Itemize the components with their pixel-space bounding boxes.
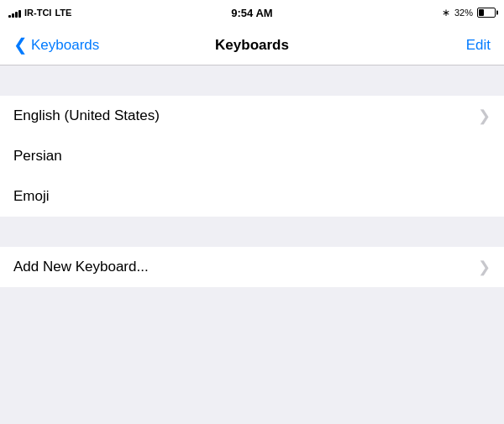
keyboard-label-english: English (United States): [13, 107, 160, 124]
status-bar: IR-TCI LTE 9:54 AM ∗ 32%: [0, 0, 504, 25]
add-keyboard-button[interactable]: Add New Keyboard... ❯: [0, 247, 504, 287]
add-keyboard-label: Add New Keyboard...: [13, 259, 149, 275]
keyboard-label-emoji: Emoji: [13, 188, 50, 205]
nav-bar: ❮ Keyboards Keyboards Edit: [0, 25, 504, 65]
battery-icon: [477, 8, 496, 18]
chevron-left-icon: ❮: [13, 36, 28, 53]
section-gap-bottom: [0, 217, 504, 247]
add-keyboard-section: Add New Keyboard... ❯: [0, 247, 504, 287]
keyboard-item-emoji[interactable]: Emoji: [0, 176, 504, 217]
bluetooth-icon: ∗: [442, 7, 450, 18]
back-button[interactable]: ❮ Keyboards: [13, 37, 99, 54]
carrier-text: IR-TCI: [24, 8, 51, 18]
back-label: Keyboards: [31, 37, 99, 54]
keyboard-list: English (United States) ❯ Persian Emoji: [0, 96, 504, 217]
keyboard-label-persian: Persian: [13, 148, 62, 165]
status-bar-right: ∗ 32%: [442, 7, 496, 18]
keyboard-item-persian[interactable]: Persian: [0, 136, 504, 176]
nav-title: Keyboards: [215, 37, 289, 54]
keyboard-item-english[interactable]: English (United States) ❯: [0, 96, 504, 136]
edit-button[interactable]: Edit: [466, 37, 491, 54]
status-time: 9:54 AM: [231, 7, 272, 19]
chevron-right-icon: ❯: [478, 107, 491, 125]
status-bar-left: IR-TCI LTE: [8, 8, 71, 18]
add-chevron-right-icon: ❯: [478, 258, 491, 276]
section-gap-top: [0, 65, 504, 96]
battery-percent: 32%: [454, 8, 473, 18]
network-text: LTE: [55, 8, 71, 18]
signal-icon: [8, 8, 21, 18]
